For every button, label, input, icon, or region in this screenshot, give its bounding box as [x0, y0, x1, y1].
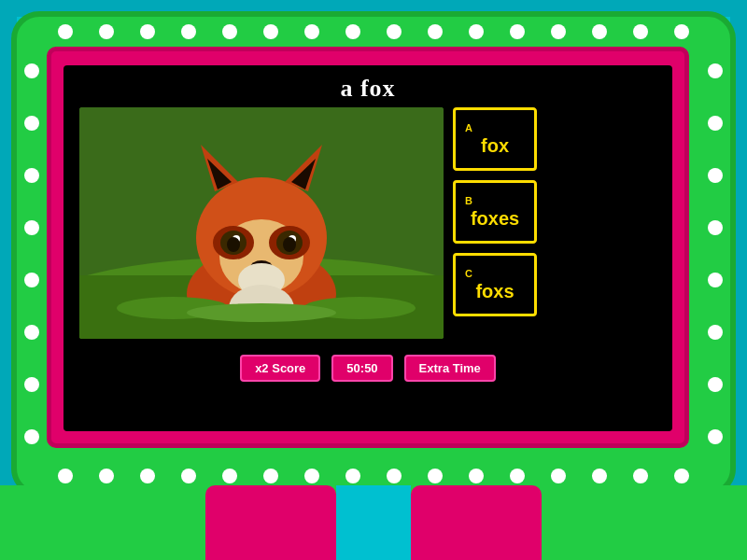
dot	[304, 24, 319, 39]
extra-time-button[interactable]: Extra Time	[404, 355, 496, 382]
dot	[345, 469, 360, 483]
bottom-stand	[0, 485, 747, 560]
answer-button-b[interactable]: B foxes	[453, 180, 537, 244]
dot	[708, 429, 723, 444]
dot	[708, 168, 723, 183]
answer-text-a: fox	[481, 135, 509, 157]
dot	[222, 469, 237, 483]
dot	[469, 24, 484, 39]
dots-top	[45, 24, 702, 39]
dot	[99, 469, 114, 483]
dot	[469, 469, 484, 483]
dot	[708, 116, 723, 131]
fifty-fifty-button[interactable]: 50:50	[331, 355, 392, 382]
dot	[592, 24, 607, 39]
question-title: a fox	[63, 75, 672, 103]
dot	[510, 469, 525, 483]
dot	[674, 469, 689, 483]
dots-left	[24, 45, 39, 463]
dot	[428, 469, 443, 483]
dot	[551, 469, 566, 483]
dot	[387, 24, 402, 39]
dot	[24, 273, 39, 287]
dot	[24, 377, 39, 392]
answer-letter-b: B	[465, 195, 472, 206]
dot	[708, 377, 723, 392]
fox-image	[79, 107, 444, 339]
dot	[263, 469, 278, 483]
dot	[24, 325, 39, 340]
dot	[24, 168, 39, 183]
dot	[633, 469, 648, 483]
dot	[181, 469, 196, 483]
dot	[140, 24, 155, 39]
dot	[387, 469, 402, 483]
dot	[58, 469, 73, 483]
dot	[263, 24, 278, 39]
dot	[222, 24, 237, 39]
dots-bottom	[45, 469, 702, 483]
answer-text-b: foxes	[471, 208, 519, 230]
dot	[140, 469, 155, 483]
dot	[551, 24, 566, 39]
dot	[24, 63, 39, 78]
answer-letter-a: A	[465, 122, 472, 133]
dot	[428, 24, 443, 39]
dot	[99, 24, 114, 39]
dot	[592, 469, 607, 483]
dot	[345, 24, 360, 39]
dot	[708, 325, 723, 340]
dot	[181, 24, 196, 39]
answer-button-c[interactable]: C foxs	[453, 253, 537, 316]
dot	[510, 24, 525, 39]
dots-right	[708, 45, 723, 463]
stand-left	[205, 485, 336, 560]
dot	[24, 429, 39, 444]
answer-button-a[interactable]: A fox	[453, 107, 537, 171]
dot	[708, 63, 723, 78]
svg-point-26	[187, 303, 336, 322]
stand-center-gap	[336, 485, 411, 560]
stand-right	[411, 485, 542, 560]
dot	[24, 220, 39, 235]
svg-point-17	[283, 237, 296, 252]
svg-point-16	[227, 237, 240, 252]
dot	[24, 116, 39, 131]
answer-text-c: foxs	[475, 281, 514, 302]
dot	[58, 24, 73, 39]
x2-score-button[interactable]: x2 Score	[240, 355, 320, 382]
answer-letter-c: C	[465, 268, 472, 279]
answers-area: A fox B foxes C foxs	[453, 107, 537, 316]
dot	[708, 273, 723, 287]
dot	[633, 24, 648, 39]
dot	[708, 220, 723, 235]
powerups-area: x2 Score 50:50 Extra Time	[63, 355, 672, 382]
dot	[304, 469, 319, 483]
dot	[674, 24, 689, 39]
